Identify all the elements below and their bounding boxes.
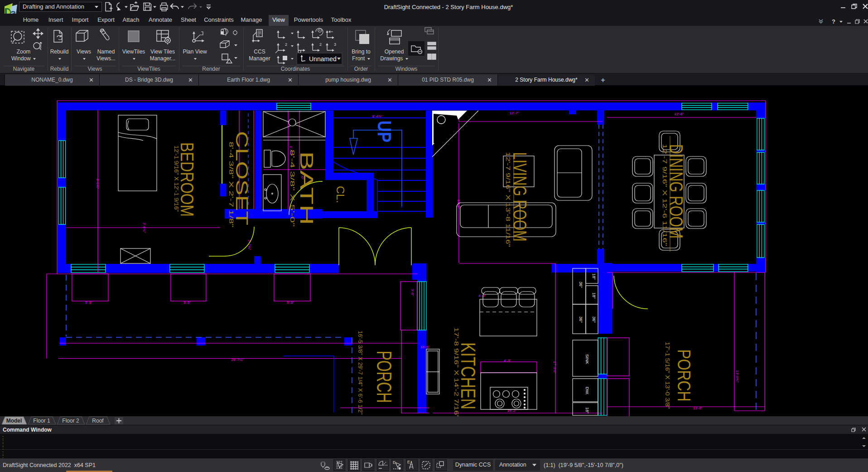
svg-text:5'-5": 5'-5" [183, 301, 191, 305]
svg-text:E: E [407, 460, 410, 464]
svg-text:CLOSET: CLOSET [232, 131, 251, 225]
svg-text:DINING ROOM: DINING ROOM [665, 144, 687, 238]
svg-text:36": 36" [579, 282, 583, 288]
svg-text:36": 36" [579, 316, 583, 323]
svg-text:18": 18" [585, 407, 590, 414]
svg-text:29'-7¼": 29'-7¼" [231, 358, 243, 362]
svg-text:18": 18" [592, 273, 597, 280]
svg-text:8'-4⅞": 8'-4⅞" [372, 114, 383, 118]
svg-text:PORCH: PORCH [674, 350, 694, 402]
svg-text:3'-0": 3'-0" [410, 289, 415, 296]
svg-text:12'-7 9/16" X 13'-8 11/16": 12'-7 9/16" X 13'-8 11/16" [505, 152, 511, 248]
svg-text:5'-5": 5'-5" [287, 301, 294, 305]
svg-text:4'-0⅞": 4'-0⅞" [96, 179, 100, 189]
svg-text:36": 36" [592, 316, 597, 323]
svg-text:5'-5": 5'-5" [85, 301, 92, 305]
svg-text:13'-0⅜": 13'-0⅜" [735, 370, 739, 382]
svg-text:BATH: BATH [297, 151, 317, 225]
svg-text:12'-6": 12'-6" [675, 112, 684, 116]
svg-text:12'-7 9/16" X 12'-6 11/16": 12'-7 9/16" X 12'-6 11/16" [661, 144, 668, 247]
svg-text:12'-1 9/16" X 12'-1 9/16": 12'-1 9/16" X 12'-1 9/16" [173, 146, 180, 212]
svg-text:2: 2 [285, 42, 287, 47]
svg-text:Floor 1: Floor 1 [33, 418, 50, 424]
svg-text:8'-4 3/8" X 2'-7 1/8": 8'-4 3/8" X 2'-7 1/8" [228, 142, 235, 228]
svg-text:13'-0": 13'-0" [693, 406, 703, 410]
svg-text:12'-7": 12'-7" [510, 111, 519, 115]
svg-text:18": 18" [592, 292, 597, 299]
svg-text:Model: Model [6, 418, 22, 424]
svg-text:Unnamed: Unnamed [309, 55, 337, 63]
svg-text:Roof: Roof [92, 418, 104, 424]
svg-text:SINK: SINK [585, 354, 590, 365]
svg-text:Floor 2: Floor 2 [62, 418, 79, 424]
svg-text:2: 2 [319, 42, 322, 47]
svg-text:UP: UP [374, 121, 395, 142]
svg-text:3: 3 [334, 42, 336, 47]
svg-text:LIVING ROOM: LIVING ROOM [509, 152, 530, 242]
svg-text:16'-5 3/8" X 29'-7 1/4" X 6'-6: 16'-5 3/8" X 29'-7 1/4" X 6'-6 1/2" [357, 331, 364, 415]
svg-text:4'-3": 4'-3" [504, 359, 511, 363]
svg-text:8'-4 3/8" X 5'-0": 8'-4 3/8" X 5'-0" [289, 150, 296, 227]
svg-text:CL.: CL. [334, 186, 347, 203]
svg-text:E: E [393, 460, 395, 465]
svg-text:?: ? [832, 18, 835, 24]
svg-text:DW.: DW. [585, 387, 590, 395]
svg-text:PORCH: PORCH [372, 351, 396, 403]
svg-text:KITCHEN: KITCHEN [457, 342, 479, 409]
svg-text:17'-1 5/16" X 13'-0 3/8": 17'-1 5/16" X 13'-0 3/8" [664, 342, 671, 409]
svg-text:14'-2": 14'-2" [507, 409, 517, 413]
svg-text:16'-5": 16'-5" [420, 345, 430, 349]
svg-text:17'-3¾": 17'-3¾" [553, 361, 557, 373]
svg-text:17'-8 9/16" X 14'-2 7/16": 17'-8 9/16" X 14'-2 7/16" [453, 327, 460, 416]
svg-text:3'-6¾": 3'-6¾" [142, 223, 146, 233]
svg-text:13'-8": 13'-8" [457, 200, 461, 209]
